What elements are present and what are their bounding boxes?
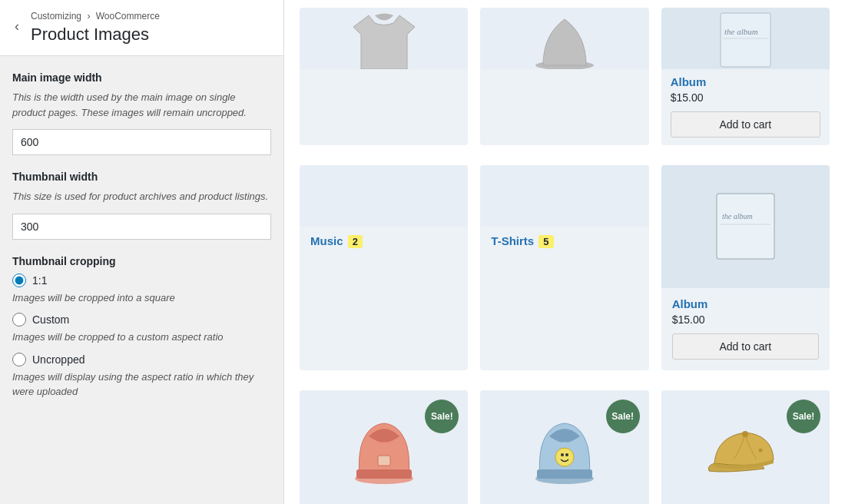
- music-category-card: Music 2: [300, 165, 468, 370]
- tshirts-category-name[interactable]: T-Shirts 5: [491, 234, 638, 248]
- svg-point-13: [561, 453, 564, 456]
- svg-point-12: [555, 448, 574, 466]
- cap-card: Sale! Ca: [661, 390, 830, 504]
- sidebar-header: ‹ Customizing › WooCommerce Product Imag…: [0, 0, 283, 56]
- middle-row: Music 2 T-Shirts 5 the album: [300, 158, 830, 370]
- radio-custom-desc: Images will be cropped to a custom aspec…: [12, 330, 271, 345]
- breadcrumb: Customizing › WooCommerce: [31, 11, 271, 22]
- tshirts-category-info: T-Shirts 5: [480, 227, 648, 262]
- radio-uncropped-label: Uncropped: [32, 353, 85, 366]
- sidebar-content: Main image width This is the width used …: [0, 56, 283, 430]
- radio-1to1-label: 1:1: [32, 274, 47, 287]
- svg-text:the album: the album: [722, 212, 753, 220]
- svg-point-14: [565, 453, 568, 456]
- sidebar: ‹ Customizing › WooCommerce Product Imag…: [0, 0, 284, 504]
- radio-custom[interactable]: [12, 313, 26, 327]
- cropping-option-custom[interactable]: Custom: [12, 313, 271, 327]
- top-partial-row: the album Album $15.00 Add to cart: [300, 8, 830, 145]
- partial-card-album: the album Album $15.00 Add to cart: [661, 8, 830, 145]
- album-product-card: the album Album $15.00 Add to cart: [661, 165, 830, 370]
- album-product-info: Album $15.00 Add to cart: [661, 288, 830, 370]
- music-category-image: [300, 165, 468, 227]
- album-product-price: $15.00: [672, 313, 819, 326]
- svg-rect-8: [356, 469, 412, 479]
- cap-sale-badge: Sale!: [787, 400, 820, 433]
- music-count-badge: 2: [348, 235, 363, 248]
- beanie-sale-badge: Sale!: [425, 400, 459, 433]
- album-name[interactable]: Album: [671, 75, 820, 88]
- beanie-logo-sale-badge: Sale!: [606, 400, 640, 433]
- album-add-to-cart[interactable]: Add to cart: [672, 333, 819, 360]
- thumbnail-width-desc: This size is used for product archives a…: [12, 189, 271, 204]
- album-product-name[interactable]: Album: [672, 297, 819, 310]
- partial-album-info: Album $15.00 Add to cart: [661, 69, 830, 145]
- partial-card-2: [480, 8, 648, 145]
- music-name-text: Music: [310, 234, 343, 247]
- music-category-name[interactable]: Music 2: [310, 234, 457, 248]
- cropping-option-1to1[interactable]: 1:1: [12, 274, 271, 287]
- svg-rect-11: [537, 469, 592, 479]
- album-product-image: the album: [661, 165, 830, 288]
- radio-uncropped-desc: Images will display using the aspect rat…: [12, 370, 271, 400]
- radio-custom-label: Custom: [32, 313, 69, 326]
- beanie-logo-card: Sale! Beanie with Logo $20.00: [480, 390, 648, 504]
- cap-image: Sale!: [661, 390, 830, 504]
- main-content: the album Album $15.00 Add to cart Music…: [284, 0, 845, 504]
- thumbnail-width-input[interactable]: [12, 214, 271, 240]
- svg-rect-9: [378, 456, 390, 466]
- beanie-card: Sale! Beanie $20.00 $18: [300, 390, 468, 504]
- partial-image-2: [480, 8, 648, 69]
- cropping-option-uncropped[interactable]: Uncropped: [12, 353, 271, 366]
- svg-point-16: [759, 449, 763, 453]
- breadcrumb-current: WooCommerce: [96, 11, 160, 22]
- main-image-width-desc: This is the width used by the main image…: [12, 90, 271, 120]
- tshirts-name-text: T-Shirts: [491, 234, 534, 247]
- cropping-radio-group: 1:1 Images will be cropped into a square…: [12, 274, 271, 400]
- thumbnail-cropping-title: Thumbnail cropping: [12, 255, 271, 267]
- partial-card-1: [300, 8, 468, 145]
- album-add-to-cart-top[interactable]: Add to cart: [671, 111, 820, 138]
- album-price: $15.00: [671, 91, 820, 104]
- partial-image-album: the album: [661, 8, 830, 69]
- svg-rect-4: [717, 194, 774, 259]
- beanie-image: Sale!: [300, 390, 468, 504]
- music-category-info: Music 2: [300, 227, 468, 262]
- tshirts-count-badge: 5: [538, 235, 553, 248]
- radio-1to1-desc: Images will be cropped into a square: [12, 290, 271, 306]
- breadcrumb-parent: Customizing: [31, 11, 81, 22]
- beanie-logo-image: Sale!: [480, 390, 648, 504]
- back-arrow[interactable]: ‹: [8, 17, 26, 35]
- partial-image-1: [300, 8, 468, 69]
- radio-1to1[interactable]: [12, 274, 26, 287]
- svg-rect-1: [721, 13, 770, 67]
- thumbnail-width-title: Thumbnail width: [12, 171, 271, 183]
- main-product-row: Sale! Beanie $20.00 $18: [300, 383, 830, 504]
- page-title: Product Images: [31, 25, 271, 45]
- radio-uncropped[interactable]: [12, 353, 26, 366]
- main-image-width-title: Main image width: [12, 71, 271, 84]
- tshirts-category-card: T-Shirts 5: [480, 165, 648, 370]
- breadcrumb-sep: ›: [87, 11, 90, 22]
- svg-text:the album: the album: [724, 27, 758, 36]
- tshirts-category-image: [480, 165, 648, 227]
- main-image-width-input[interactable]: [12, 129, 271, 155]
